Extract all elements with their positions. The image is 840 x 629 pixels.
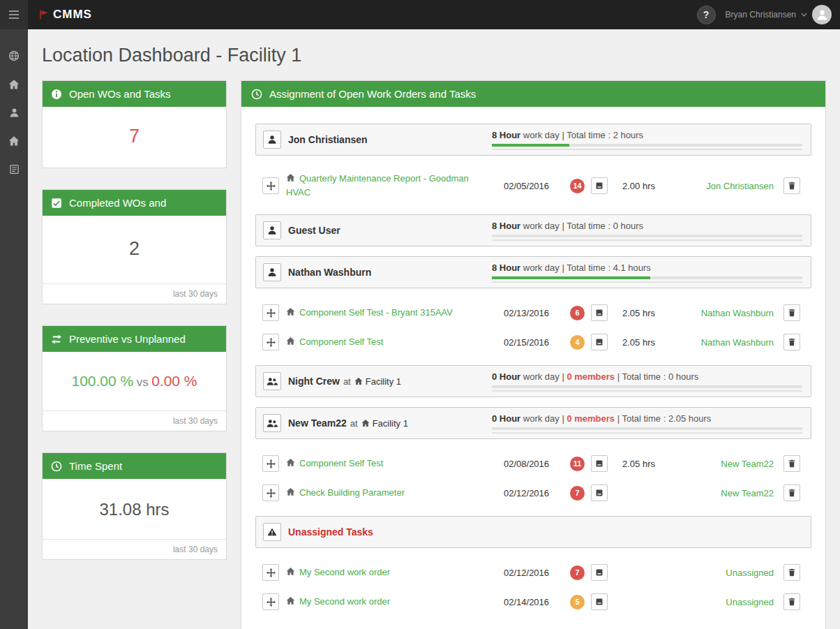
- app-logo[interactable]: CMMS: [38, 8, 92, 22]
- sidebar-item-dashboard[interactable]: [8, 50, 20, 61]
- note-button[interactable]: [591, 304, 608, 321]
- team-group-header: New Team22 at Facility 1 0 Hour work day…: [255, 407, 811, 439]
- note-icon: [595, 568, 603, 577]
- days-badge: 7: [570, 486, 585, 501]
- delete-button[interactable]: [783, 177, 800, 194]
- drag-handle-button[interactable]: [262, 177, 279, 194]
- assignee-link[interactable]: Unassigned: [726, 597, 774, 607]
- card-completed-header: Completed WOs and: [43, 190, 226, 216]
- drag-handle-button[interactable]: [262, 484, 279, 501]
- sidebar-item-home[interactable]: [8, 79, 20, 90]
- group-name: Nathan Washburn: [288, 267, 371, 278]
- user-avatar-icon: [816, 9, 828, 21]
- work-order-link[interactable]: Component Self Test: [299, 307, 383, 318]
- work-order-link[interactable]: My Second work order: [299, 596, 390, 607]
- work-order-link[interactable]: Component Self Test: [299, 458, 383, 468]
- group-name: Jon Christiansen: [288, 134, 368, 145]
- assignee-link[interactable]: Unassigned: [726, 568, 774, 578]
- note-button[interactable]: [591, 564, 608, 581]
- note-button[interactable]: [591, 177, 608, 194]
- globe-icon: [8, 50, 20, 61]
- facility-home-icon: [361, 419, 370, 427]
- workload-progress: [492, 235, 802, 241]
- task-hours: 2.05 hrs: [616, 337, 668, 348]
- drag-handle-button[interactable]: [262, 334, 279, 350]
- assignee-link[interactable]: New Team22: [721, 488, 774, 498]
- task-title-cell: My Second work order: [286, 595, 504, 609]
- days-badge: 7: [570, 565, 585, 580]
- help-button[interactable]: ?: [697, 6, 716, 24]
- note-button[interactable]: [591, 593, 608, 610]
- asset-home-icon: [286, 458, 295, 467]
- avatar[interactable]: [812, 5, 832, 24]
- note-button[interactable]: [591, 455, 608, 472]
- assignee-link[interactable]: Nathan Washburn: [701, 337, 774, 348]
- move-icon: [267, 338, 276, 347]
- card-open-wos: Open WOs and Tasks 7: [42, 80, 227, 168]
- home-icon: [8, 79, 20, 90]
- card-footer: last 30 days: [43, 410, 226, 431]
- topbar: CMMS ? Bryan Christiansen: [0, 0, 840, 29]
- note-icon: [595, 309, 603, 317]
- drag-handle-button[interactable]: [262, 455, 279, 472]
- asset-home-icon: [286, 487, 295, 496]
- unassigned-group-header: Unassigned Tasks: [255, 516, 811, 548]
- due-date: 02/12/2016: [504, 488, 570, 498]
- trash-icon: [788, 489, 796, 497]
- facility-icon: [8, 135, 20, 147]
- drag-handle-button[interactable]: [262, 304, 279, 321]
- time-spent-value: 31.08 hrs: [50, 500, 219, 519]
- move-icon: [267, 182, 276, 191]
- note-button[interactable]: [591, 334, 608, 350]
- delete-button[interactable]: [783, 455, 800, 472]
- task-title-cell: Component Self Test - Bryant 315AAV: [286, 306, 504, 320]
- assignee-group-header: Jon Christiansen 8 Hour work day | Total…: [255, 124, 811, 156]
- task-hours: 2.05 hrs: [616, 459, 668, 469]
- card-preventive-header: Preventive vs Unplanned: [43, 326, 226, 352]
- work-order-link[interactable]: Quarterly Maintenance Report: [299, 173, 421, 184]
- help-label: ?: [703, 9, 710, 20]
- check-square-icon: [51, 198, 62, 209]
- task-row: Quarterly Maintenance Report - Goodman H…: [255, 165, 811, 206]
- user-icon: [9, 108, 20, 118]
- work-order-link[interactable]: Component Self Test: [299, 336, 383, 347]
- person-icon: [263, 131, 281, 149]
- delete-button[interactable]: [783, 564, 800, 581]
- facility-home-icon: [354, 377, 363, 385]
- task-row: My Second work order 02/14/2016 5 Unassi…: [255, 587, 811, 616]
- trash-icon: [788, 598, 796, 606]
- card-footer: last 30 days: [43, 283, 226, 304]
- task-hours: 2.05 hrs: [616, 308, 668, 318]
- assignee-link[interactable]: New Team22: [721, 459, 774, 469]
- drag-handle-button[interactable]: [262, 564, 279, 581]
- due-date: 02/12/2016: [504, 568, 570, 578]
- task-row: Check Building Parameter 02/12/2016 7 Ne…: [255, 478, 811, 508]
- assignee-link[interactable]: Nathan Washburn: [701, 308, 774, 318]
- hamburger-menu-button[interactable]: [0, 0, 28, 29]
- note-button[interactable]: [591, 484, 608, 501]
- work-order-link[interactable]: My Second work order: [299, 567, 390, 577]
- person-icon: [263, 263, 281, 281]
- move-icon: [267, 598, 276, 607]
- delete-button[interactable]: [783, 484, 800, 501]
- sidebar-item-users[interactable]: [9, 108, 20, 118]
- drag-handle-button[interactable]: [262, 593, 279, 610]
- workload-meta: 8 Hour work day | Total time : 2 hours: [492, 130, 804, 150]
- sidebar-item-facilities[interactable]: [8, 135, 20, 147]
- assignee-link[interactable]: Jon Christiansen: [706, 181, 774, 191]
- delete-button[interactable]: [783, 593, 800, 610]
- group-name: Guest User: [288, 225, 340, 236]
- delete-button[interactable]: [783, 334, 800, 350]
- warning-icon: [263, 523, 281, 541]
- asset-link[interactable]: - Bryant 315AAV: [383, 307, 452, 318]
- card-time-spent: Time Spent 31.08 hrs last 30 days: [42, 452, 227, 560]
- trash-icon: [788, 338, 796, 346]
- task-title-cell: My Second work order: [286, 565, 504, 579]
- asset-home-icon: [286, 596, 295, 605]
- card-open-wos-header: Open WOs and Tasks: [43, 81, 226, 107]
- work-order-link[interactable]: Check Building Parameter: [299, 487, 405, 498]
- workload-progress: [492, 276, 802, 283]
- user-menu[interactable]: Bryan Christiansen: [726, 5, 832, 24]
- sidebar-item-logs[interactable]: [9, 164, 20, 175]
- delete-button[interactable]: [783, 304, 800, 321]
